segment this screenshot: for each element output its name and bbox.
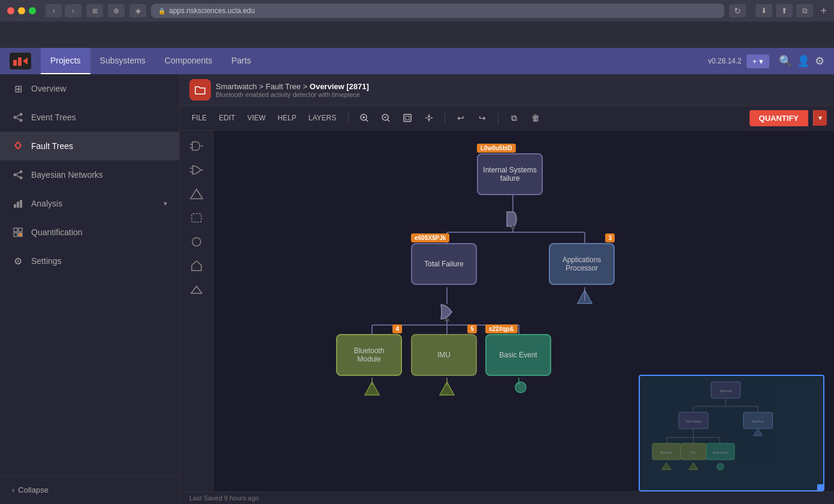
transfer-bluetooth-svg — [364, 381, 380, 396]
delete-button[interactable]: 🗑 — [527, 110, 544, 126]
menu-edit[interactable]: EDIT — [214, 111, 240, 125]
svg-text:Internal: Internal — [720, 389, 732, 393]
node-basic-event[interactable]: s22#qp& Basic Event — [485, 334, 551, 376]
fit-screen-button[interactable] — [399, 110, 416, 126]
sidebar-item-settings[interactable]: ⚙ Settings — [0, 247, 179, 275]
sidebar-label-analysis: Analysis — [31, 199, 62, 208]
gate-transfer-app[interactable] — [576, 289, 593, 307]
svg-line-7 — [16, 118, 20, 120]
tag-bluetooth: 4 — [392, 324, 402, 333]
select-icon — [189, 211, 204, 224]
gate-circle-basic[interactable] — [514, 381, 527, 396]
tool-gate-or[interactable] — [186, 159, 207, 181]
tab-parts[interactable]: Parts — [222, 48, 261, 74]
node-total-failure[interactable]: e60$X$PJk Total Failure — [411, 243, 477, 285]
box-root[interactable]: Internal Systems failure — [477, 153, 543, 195]
svg-point-61 — [445, 318, 449, 321]
refresh-button[interactable]: ↻ — [729, 4, 746, 17]
gate-transfer-imu[interactable] — [439, 381, 455, 399]
svg-rect-19 — [20, 200, 22, 208]
transfer-imu-svg — [439, 381, 455, 396]
svg-rect-31 — [404, 114, 411, 122]
minimap-content: Internal Total Failure App Proc — [640, 376, 823, 490]
download-button[interactable]: ⬇ — [756, 4, 772, 17]
zoom-out-button[interactable] — [377, 110, 394, 126]
box-basic-event[interactable]: Basic Event — [485, 334, 551, 376]
settings-button[interactable]: ⚙ — [815, 54, 824, 68]
node-imu[interactable]: 5 IMU — [411, 334, 477, 376]
tag-imu: 5 — [467, 324, 477, 333]
search-button[interactable]: 🔍 — [779, 54, 792, 68]
fault-tree-canvas[interactable]: L0w0u5biD Internal Systems failure e60$X… — [213, 130, 834, 491]
menu-help[interactable]: HELP — [273, 111, 301, 125]
menu-file[interactable]: FILE — [187, 111, 211, 125]
tab-projects[interactable]: Projects — [41, 48, 90, 74]
svg-marker-60 — [578, 290, 592, 303]
tab-components[interactable]: Components — [155, 48, 222, 74]
minimap-resize-handle[interactable] — [817, 484, 823, 490]
pip-button[interactable]: ⧉ — [796, 4, 813, 17]
bookmark-button[interactable]: ⊕ — [108, 4, 125, 17]
sidebar-item-overview[interactable]: ⊞ Overview — [0, 74, 179, 103]
quantify-button[interactable]: QUANTIFY — [750, 110, 808, 126]
gate-and-root[interactable] — [504, 210, 521, 231]
node-root[interactable]: L0w0u5biD Internal Systems failure — [477, 153, 543, 195]
tool-circle[interactable] — [186, 231, 207, 253]
toolbar-divider-1 — [348, 112, 349, 124]
svg-point-5 — [14, 116, 17, 119]
back-button[interactable]: ‹ — [46, 4, 62, 17]
minimize-traffic-light[interactable] — [18, 7, 25, 14]
minimap[interactable]: Internal Total Failure App Proc — [639, 375, 824, 491]
sidebar-item-analysis[interactable]: Analysis ▾ — [0, 189, 179, 218]
svg-rect-22 — [14, 233, 17, 236]
address-bar[interactable]: 🔒 apps.risksciences.ucla.edu — [151, 4, 724, 18]
tool-house[interactable] — [186, 255, 207, 277]
sidebar-item-fault-trees[interactable]: Fault Trees — [0, 132, 179, 160]
layout-button[interactable]: ⊞ — [86, 4, 103, 17]
sidebar-item-event-trees[interactable]: Event Trees — [0, 103, 179, 132]
zoom-in-icon — [359, 113, 369, 123]
collapse-button[interactable]: ‹ Collapse — [12, 485, 49, 494]
extension-button[interactable]: ◈ — [129, 4, 146, 17]
svg-marker-39 — [191, 189, 203, 199]
box-bluetooth[interactable]: Bluetooth Module — [336, 334, 402, 376]
menu-layers[interactable]: LAYERS — [304, 111, 341, 125]
copy-button[interactable]: ⧉ — [506, 110, 522, 126]
tool-select[interactable] — [186, 207, 207, 229]
move-button[interactable] — [421, 110, 437, 126]
redo-button[interactable]: ↪ — [474, 110, 491, 126]
folder-icon — [194, 84, 206, 96]
sidebar-label-overview: Overview — [31, 84, 66, 93]
undo-button[interactable]: ↩ — [452, 110, 469, 126]
gate-or-total[interactable] — [439, 302, 455, 324]
maximize-traffic-light[interactable] — [29, 7, 36, 14]
forward-button[interactable]: › — [65, 4, 81, 17]
event-trees-icon — [12, 111, 24, 123]
zoom-in-button[interactable] — [356, 110, 373, 126]
svg-point-88 — [717, 463, 724, 470]
node-bluetooth[interactable]: 4 Bluetooth Module — [336, 334, 402, 376]
sidebar-label-event-trees: Event Trees — [31, 113, 76, 122]
menu-view[interactable]: VIEW — [243, 111, 271, 125]
close-traffic-light[interactable] — [7, 7, 14, 14]
svg-line-27 — [366, 120, 368, 122]
analysis-expand-icon[interactable]: ▾ — [164, 199, 167, 208]
box-imu[interactable]: IMU — [411, 334, 477, 376]
box-app-processor[interactable]: Applications Processor — [549, 243, 615, 285]
basic-event-icon — [189, 235, 204, 248]
tool-gate-and[interactable] — [186, 135, 207, 157]
gate-transfer-bluetooth[interactable] — [364, 381, 380, 399]
tool-triangle[interactable] — [186, 183, 207, 205]
tab-subsystems[interactable]: Subsystems — [90, 48, 155, 74]
tool-small-triangle[interactable] — [186, 279, 207, 300]
sidebar-item-quantification[interactable]: Quantification — [0, 218, 179, 247]
share-button[interactable]: ⬆ — [776, 4, 793, 17]
new-tab-button[interactable]: + — [820, 5, 827, 17]
box-total-failure[interactable]: Total Failure — [411, 243, 477, 285]
status-bar: Last Saved 9 hours ago — [180, 491, 834, 504]
quantify-dropdown-button[interactable]: ▾ — [813, 110, 827, 126]
add-button[interactable]: + ▾ — [747, 54, 769, 68]
user-button[interactable]: 👤 — [797, 54, 810, 68]
sidebar-item-bayesian-networks[interactable]: Bayesian Networks — [0, 160, 179, 189]
node-app-processor[interactable]: 3 Applications Processor — [549, 243, 615, 285]
